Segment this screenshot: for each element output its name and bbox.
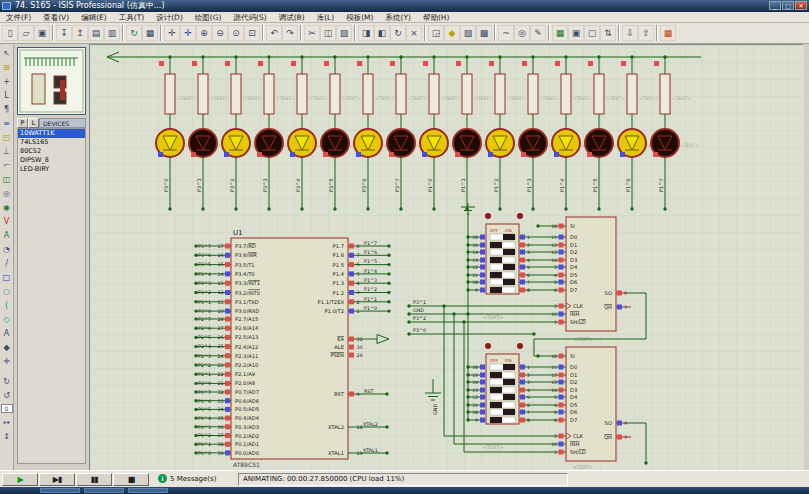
- remove-sheet-button[interactable]: ▢: [584, 25, 600, 41]
- taskbar-item[interactable]: [40, 488, 80, 493]
- open-design-button[interactable]: ▱: [18, 25, 34, 41]
- stop-button[interactable]: ■: [113, 473, 149, 486]
- toggle-grid-button[interactable]: ▦: [142, 25, 158, 41]
- zoom-in-button[interactable]: ⊕: [196, 25, 212, 41]
- menu-item-2[interactable]: 查看(V): [37, 12, 75, 23]
- undo-button[interactable]: ↶: [266, 25, 282, 41]
- redraw-button[interactable]: ↻: [126, 25, 142, 41]
- menu-item-11[interactable]: 系统(Y): [379, 12, 416, 23]
- decompose-button[interactable]: ▩: [476, 25, 492, 41]
- schematic-overview-preview[interactable]: [17, 47, 86, 115]
- rotate-ccw-button[interactable]: ↺: [0, 388, 13, 402]
- device-item-LED-BIRY[interactable]: LED-BIRY: [18, 165, 85, 174]
- block-delete-button[interactable]: ×: [406, 25, 422, 41]
- export-section-button[interactable]: ↥: [72, 25, 88, 41]
- taskbar[interactable]: [0, 487, 809, 494]
- tape-recorder-mode-button[interactable]: ◎: [0, 186, 13, 200]
- device-item-80C52[interactable]: 80C52: [18, 147, 85, 156]
- message-area[interactable]: i 5 Message(s): [158, 474, 216, 483]
- menu-item-3[interactable]: 编辑(E): [75, 12, 113, 23]
- menu-item-6[interactable]: 绘图(G): [189, 12, 228, 23]
- mirror-horizontal-button[interactable]: ↔: [0, 415, 13, 429]
- maximize-button[interactable]: □: [782, 1, 794, 10]
- junction-dot-mode-button[interactable]: +: [0, 74, 13, 88]
- minimize-button[interactable]: _: [769, 1, 781, 10]
- device-list[interactable]: 10WATT1K74LS16580C52DIPSW_8LED-BIRY: [17, 128, 86, 464]
- circle-mode-button[interactable]: ○: [0, 284, 13, 298]
- wire-autorouter-button[interactable]: ~: [498, 25, 514, 41]
- rotate-cw-button[interactable]: ↻: [0, 374, 13, 388]
- netlist-to-ares-button[interactable]: ▦: [660, 25, 676, 41]
- terminal-mode-button[interactable]: ⊥: [0, 144, 13, 158]
- path-mode-button[interactable]: ◇: [0, 312, 13, 326]
- text-script-mode-button[interactable]: ¶: [0, 102, 13, 116]
- mirror-vertical-button[interactable]: ↕: [0, 429, 13, 443]
- menu-item-5[interactable]: 设计(D): [150, 12, 189, 23]
- component-mode-button[interactable]: ⊞: [0, 60, 13, 74]
- exit-to-parent-button[interactable]: ⇧: [638, 25, 654, 41]
- virtual-instruments-mode-button[interactable]: ◔: [0, 242, 13, 256]
- zoom-area-button[interactable]: ⊡: [244, 25, 260, 41]
- bus-mode-button[interactable]: ≡: [0, 116, 13, 130]
- generator-mode-button[interactable]: ◉: [0, 200, 13, 214]
- design-explorer-button[interactable]: ▦: [552, 25, 568, 41]
- block-rotate-button[interactable]: ↻: [390, 25, 406, 41]
- text-mode-button[interactable]: A: [0, 326, 13, 340]
- taskbar-item[interactable]: [84, 488, 124, 493]
- library-button[interactable]: L: [28, 118, 39, 128]
- current-probe-mode-button[interactable]: A: [0, 228, 13, 242]
- marker-mode-button[interactable]: ✛: [0, 354, 13, 368]
- menu-item-10[interactable]: 模板(M): [340, 12, 379, 23]
- search-tag-button[interactable]: ◎: [514, 25, 530, 41]
- selection-mode-button[interactable]: ↖: [0, 46, 13, 60]
- schematic-svg[interactable]: <TEXT><TEXT>P3^0<TEXT><TEXT>P3^1<TEXT><T…: [90, 45, 804, 471]
- device-pin-mode-button[interactable]: ⌐: [0, 158, 13, 172]
- menu-item-7[interactable]: 源代码(S): [228, 12, 273, 23]
- cut-button[interactable]: ✂: [304, 25, 320, 41]
- block-move-button[interactable]: ◧: [374, 25, 390, 41]
- zoom-to-child-button[interactable]: ⇩: [622, 25, 638, 41]
- packaging-tool-button[interactable]: ▧: [460, 25, 476, 41]
- print-button[interactable]: ▤: [88, 25, 104, 41]
- box-mode-button[interactable]: □: [0, 270, 13, 284]
- close-button[interactable]: ✕: [795, 1, 807, 10]
- angle-field-button[interactable]: 0: [1, 404, 13, 413]
- arc-mode-button[interactable]: (: [0, 298, 13, 312]
- wire-label-mode-button[interactable]: L: [0, 88, 13, 102]
- redo-button[interactable]: ↷: [282, 25, 298, 41]
- goto-sheet-button[interactable]: ⇅: [600, 25, 616, 41]
- line-mode-button[interactable]: /: [0, 256, 13, 270]
- taskbar-item[interactable]: [128, 488, 168, 493]
- new-sheet-button[interactable]: ▣: [568, 25, 584, 41]
- pick-device-button[interactable]: ◲: [428, 25, 444, 41]
- manual-origin-button[interactable]: ✛: [164, 25, 180, 41]
- voltage-probe-mode-button[interactable]: V: [0, 214, 13, 228]
- zoom-all-button[interactable]: ⊙: [228, 25, 244, 41]
- paste-button[interactable]: ▨: [336, 25, 352, 41]
- save-design-button[interactable]: ▣: [34, 25, 50, 41]
- pan-center-button[interactable]: ✛: [180, 25, 196, 41]
- mark-output-area-button[interactable]: ▥: [104, 25, 120, 41]
- copy-button[interactable]: ◫: [320, 25, 336, 41]
- menu-item-4[interactable]: 工具(T): [113, 12, 150, 23]
- subcircuit-mode-button[interactable]: ◰: [0, 130, 13, 144]
- menu-item-9[interactable]: 库(L): [311, 12, 341, 23]
- import-section-button[interactable]: ↧: [56, 25, 72, 41]
- new-design-button[interactable]: ▯: [2, 25, 18, 41]
- play-button[interactable]: ▶: [2, 473, 38, 486]
- graph-mode-button[interactable]: ◫: [0, 172, 13, 186]
- device-item-DIPSW_8[interactable]: DIPSW_8: [18, 156, 85, 165]
- property-assignment-button[interactable]: ✎: [530, 25, 546, 41]
- pick-button[interactable]: P: [17, 118, 28, 128]
- device-item-10WATT1K[interactable]: 10WATT1K: [18, 129, 85, 138]
- make-device-button[interactable]: ◆: [444, 25, 460, 41]
- block-copy-button[interactable]: ◨: [358, 25, 374, 41]
- step-button[interactable]: ▶▮: [39, 473, 75, 486]
- schematic-canvas[interactable]: <TEXT><TEXT>P3^0<TEXT><TEXT>P3^1<TEXT><T…: [89, 44, 803, 470]
- pause-button[interactable]: ▮▮: [76, 473, 112, 486]
- menu-item-8[interactable]: 调试(B): [273, 12, 311, 23]
- menu-item-12[interactable]: 帮助(H): [417, 12, 456, 23]
- device-item-74LS165[interactable]: 74LS165: [18, 138, 85, 147]
- symbol-mode-button[interactable]: ◆: [0, 340, 13, 354]
- zoom-out-button[interactable]: ⊖: [212, 25, 228, 41]
